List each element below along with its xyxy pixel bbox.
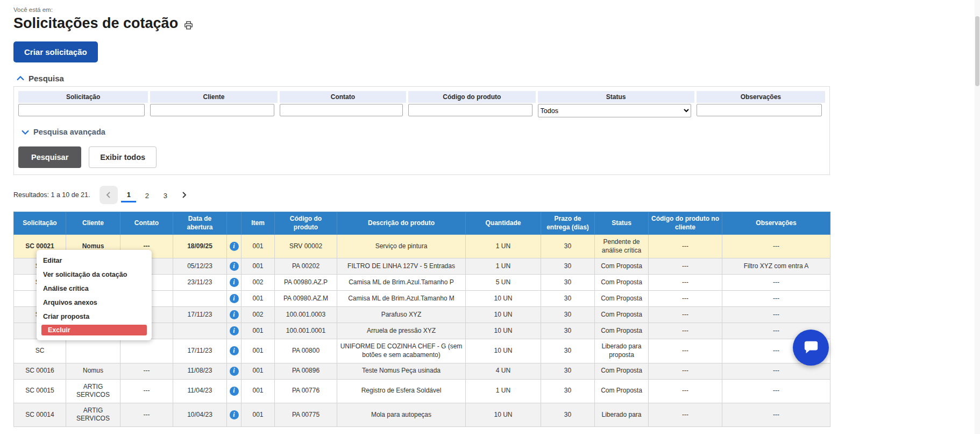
pagination: 1 2 3	[100, 186, 192, 204]
pagination-prev-button[interactable]	[100, 186, 118, 204]
pagination-page-2[interactable]: 2	[139, 188, 154, 202]
cell-item: 001	[242, 323, 275, 339]
cell-item: 001	[242, 403, 275, 426]
table-row[interactable]: SC 17/11/23 i 001 PA 00800 UNIFORME DE C…	[14, 339, 830, 363]
cell-codigo-cliente: ---	[649, 339, 722, 363]
context-menu-item-ver-solicitacao[interactable]: Ver solicitação da cotação	[37, 268, 152, 282]
advanced-search-label: Pesquisa avançada	[33, 128, 105, 136]
info-icon[interactable]: i	[230, 242, 239, 251]
filter-label-contato: Contato	[280, 91, 406, 103]
filter-input-observacoes[interactable]	[697, 104, 822, 116]
cell-quantidade: 10 UN	[466, 291, 541, 307]
info-icon[interactable]: i	[230, 367, 239, 376]
context-menu-item-arquivos-anexos[interactable]: Arquivos anexos	[37, 296, 152, 310]
cell-info: i	[227, 307, 242, 323]
info-icon[interactable]: i	[230, 326, 239, 335]
cell-descricao: Camisa ML de Brim.Azul.Tamanho M	[337, 291, 466, 307]
cell-item: 001	[242, 291, 275, 307]
cell-quantidade: 10 UN	[466, 403, 541, 426]
show-all-button[interactable]: Exibir todos	[89, 146, 157, 168]
header-info	[227, 212, 242, 235]
context-menu-item-criar-proposta[interactable]: Criar proposta	[37, 310, 152, 324]
scrollbar-track	[975, 0, 980, 434]
table-row[interactable]: SC 00015 ARTIG SERVICOS --- 11/04/23 i 0…	[14, 379, 830, 403]
cell-status: Com Proposta	[595, 258, 649, 275]
info-icon[interactable]: i	[230, 346, 239, 355]
cell-status: Com Proposta	[595, 323, 649, 339]
cell-codigo: PA 00896	[275, 363, 337, 379]
advanced-search-toggle[interactable]: Pesquisa avançada	[22, 127, 825, 137]
cell-item: 001	[242, 379, 275, 403]
cell-info: i	[227, 258, 242, 275]
filter-input-cliente[interactable]	[150, 104, 274, 116]
page-title: Solicitações de cotação	[13, 15, 178, 32]
cell-item: 001	[242, 258, 275, 275]
cell-descricao: Serviço de pintura	[337, 235, 466, 258]
cell-status: Pendente de análise crítica	[595, 235, 649, 258]
info-icon[interactable]: i	[230, 262, 239, 271]
pagination-page-3[interactable]: 3	[158, 188, 173, 202]
cell-info: i	[227, 363, 242, 379]
info-icon[interactable]: i	[230, 294, 239, 303]
chat-button[interactable]	[793, 330, 829, 366]
cell-codigo-cliente: ---	[649, 275, 722, 291]
filter-input-codigo-produto[interactable]	[408, 104, 532, 116]
cell-info: i	[227, 339, 242, 363]
context-menu-item-editar[interactable]: Editar	[37, 254, 152, 268]
cell-status: Com Proposta	[595, 275, 649, 291]
cell-quantidade: 10 UN	[466, 307, 541, 323]
filter-input-solicitacao[interactable]	[18, 104, 145, 116]
filter-input-contato[interactable]	[280, 104, 403, 116]
header-item: Item	[242, 212, 275, 235]
cell-quantidade: 5 UN	[466, 275, 541, 291]
cell-observacoes: ---	[722, 379, 830, 403]
create-request-button[interactable]: Criar solicitação	[13, 41, 98, 62]
print-icon[interactable]	[183, 20, 194, 30]
cell-descricao: Mola para autopeças	[337, 403, 466, 426]
cell-contato	[120, 339, 173, 363]
cell-cliente: ARTIG SERVICOS	[66, 379, 120, 403]
info-icon[interactable]: i	[230, 410, 239, 419]
cell-data: 10/04/23	[173, 403, 227, 426]
cell-descricao: Teste Nomus Peça usinada	[337, 363, 466, 379]
cell-quantidade: 4 UN	[466, 363, 541, 379]
cell-observacoes: ---	[722, 363, 830, 379]
info-icon[interactable]: i	[230, 387, 239, 396]
cell-prazo: 30	[541, 258, 595, 275]
context-menu-item-analise-critica[interactable]: Análise crítica	[37, 282, 152, 296]
search-section-toggle[interactable]: Pesquisa	[17, 73, 830, 83]
info-icon[interactable]: i	[230, 278, 239, 287]
table-row[interactable]: SC 00016 Nomus --- 11/08/23 i 001 PA 008…	[14, 363, 830, 379]
info-icon[interactable]: i	[230, 310, 239, 319]
header-cliente: Cliente	[66, 212, 120, 235]
search-button[interactable]: Pesquisar	[18, 146, 81, 168]
pagination-page-1[interactable]: 1	[121, 187, 136, 202]
search-panel: Solicitação Cliente Contato Código do pr…	[13, 86, 830, 175]
cell-data: 17/11/23	[173, 339, 227, 363]
filter-label-codigo-produto: Código do produto	[408, 91, 535, 103]
scrollbar-thumb[interactable]	[975, 16, 979, 86]
cell-cliente: Nomus	[66, 363, 120, 379]
cell-descricao: Camisa ML de Brim.Azul.Tamanho P	[337, 275, 466, 291]
filter-select-status[interactable]: Todos	[538, 104, 691, 117]
header-prazo-entrega: Prazo de entrega (dias)	[541, 212, 595, 235]
chat-bubble-icon	[803, 339, 820, 357]
cell-info: i	[227, 235, 242, 258]
cell-codigo-cliente: ---	[649, 307, 722, 323]
cell-data: 11/04/23	[173, 379, 227, 403]
cell-info: i	[227, 275, 242, 291]
context-menu-item-excluir[interactable]: Excluir	[41, 325, 147, 335]
chevron-up-icon	[17, 73, 24, 83]
cell-codigo-cliente: ---	[649, 379, 722, 403]
cell-descricao: Registro de Esfera Soldável	[337, 379, 466, 403]
table-row[interactable]: SC 00014 ARTIG SERVICOS --- 10/04/23 i 0…	[14, 403, 830, 426]
cell-prazo: 30	[541, 275, 595, 291]
cell-prazo: 30	[541, 379, 595, 403]
cell-descricao: Arruela de pressão XYZ	[337, 323, 466, 339]
cell-data: 18/09/25	[173, 235, 227, 258]
cell-codigo: PA 00800	[275, 339, 337, 363]
filter-label-cliente: Cliente	[150, 91, 277, 103]
pagination-next-button[interactable]	[176, 186, 192, 204]
cell-descricao: Parafuso XYZ	[337, 307, 466, 323]
search-section-label: Pesquisa	[29, 74, 64, 83]
